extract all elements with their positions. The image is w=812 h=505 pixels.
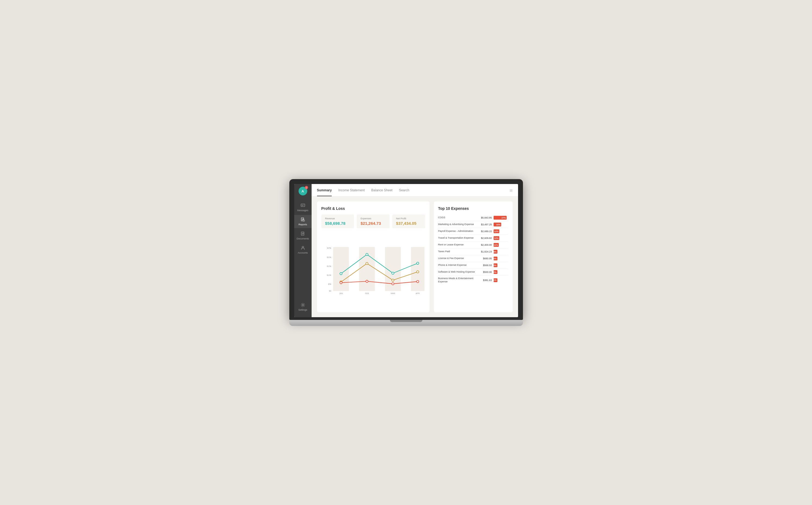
svg-point-20 [340, 273, 342, 275]
sidebar-item-messages[interactable]: Messages [294, 201, 312, 214]
expense-pct: 12% [494, 237, 499, 239]
sidebar-item-settings-label: Settings [298, 309, 307, 311]
sidebar-item-settings[interactable]: Settings [297, 300, 308, 313]
svg-text:APR: APR [416, 292, 420, 295]
expenses-card: Expenses $21,264.73 [357, 214, 389, 228]
content-area: Profit & Loss Revenue $58,698.78 Expense… [312, 196, 518, 317]
settings-icon [300, 303, 305, 307]
notification-badge: 1 [305, 186, 308, 189]
report-icon [300, 217, 305, 222]
svg-point-22 [392, 272, 394, 274]
expense-bar: 1% [494, 278, 497, 282]
avatar[interactable]: A 1 [299, 187, 307, 195]
expense-bar: 12% [494, 229, 500, 233]
sidebar-item-reports[interactable]: Reports [294, 215, 312, 228]
tab-balance-sheet[interactable]: Balance Sheet [371, 184, 392, 196]
svg-text:$25k: $25k [327, 247, 331, 249]
svg-point-30 [392, 283, 394, 285]
message-icon [300, 203, 305, 208]
expense-name: Taxes Paid [438, 250, 476, 253]
document-icon [300, 231, 305, 236]
expense-amount: $680.95 [478, 257, 492, 260]
laptop-wrapper: A 1 Messages [289, 179, 523, 326]
tab-search[interactable]: Search [399, 184, 410, 196]
expense-item: Phone & Internet Expense $568.93 3% [438, 262, 508, 269]
summary-cards: Revenue $58,698.78 Expenses $21,264.73 N… [321, 214, 425, 228]
account-icon [300, 245, 305, 250]
laptop-screen: A 1 Messages [289, 179, 523, 320]
sidebar-item-messages-label: Messages [297, 209, 308, 212]
revenue-value: $58,698.78 [325, 221, 350, 225]
expense-bar: 3% [494, 264, 497, 267]
expense-bar: 16% [494, 222, 502, 226]
expense-bar-wrap: 11% [494, 243, 508, 247]
expense-item: Software & Web Hosting Expense $500.00 2… [438, 269, 508, 276]
sidebar-bottom: Settings [297, 300, 308, 313]
svg-text:$10k: $10k [327, 274, 331, 277]
expense-amount: $381.63 [478, 279, 492, 282]
expense-amount: $500.00 [478, 271, 492, 274]
expense-pct: 27% [502, 217, 506, 219]
expense-bar-wrap: 1% [494, 278, 508, 282]
expense-bar: 12% [494, 236, 500, 240]
sidebar: A 1 Messages [294, 184, 312, 317]
chart-area: $25k $20k $15k $10k $5k $0 JAN FEB MAR [321, 233, 425, 307]
expense-bar-wrap: 3% [494, 257, 508, 261]
profit-loss-title: Profit & Loss [321, 206, 425, 211]
expense-item: COGS $5,843.85 27% [438, 214, 508, 221]
tab-income-statement[interactable]: Income Statement [338, 184, 364, 196]
laptop-base [289, 320, 523, 326]
expense-name: Rent or Lease Expense [438, 243, 476, 246]
expense-name: COGS [438, 216, 476, 219]
expense-pct: 3% [493, 258, 497, 260]
laptop-hinge-notch [390, 320, 423, 322]
sidebar-item-accounts-label: Accounts [298, 251, 308, 254]
expense-bar: 27% [494, 216, 507, 220]
svg-point-21 [366, 253, 368, 256]
expense-bar-wrap: 8% [494, 250, 508, 254]
expense-pct: 8% [493, 250, 497, 253]
expense-bar-wrap: 16% [494, 222, 508, 226]
expense-item: Business Meals & Entertainment Expense $… [438, 276, 508, 285]
svg-text:$5k: $5k [328, 283, 331, 285]
expense-bar-wrap: 12% [494, 236, 508, 240]
svg-rect-0 [301, 204, 305, 206]
expense-name: Business Meals & Entertainment Expense [438, 277, 476, 283]
expense-amount: $2,400.00 [478, 243, 492, 246]
revenue-label: Revenue [325, 217, 350, 220]
top-expenses-panel: Top 10 Expenses COGS $5,843.85 27% Marke… [434, 201, 513, 312]
expense-name: Travel & Transportation Expense [438, 236, 476, 240]
expense-amount: $2,609.82 [478, 237, 492, 239]
revenue-card: Revenue $58,698.78 [321, 214, 354, 228]
expenses-value: $21,264.73 [360, 221, 386, 225]
sidebar-item-accounts[interactable]: Accounts [294, 243, 312, 256]
profit-loss-panel: Profit & Loss Revenue $58,698.78 Expense… [317, 201, 430, 312]
expense-amount: $568.93 [478, 264, 492, 267]
svg-text:$20k: $20k [327, 256, 331, 259]
app-screen: A 1 Messages [294, 184, 518, 317]
expense-bar: 2% [494, 270, 497, 274]
svg-text:$0: $0 [329, 290, 331, 292]
expenses-list: COGS $5,843.85 27% Marketing & Advertisi… [438, 214, 508, 285]
grid-icon[interactable]: ⊞ [510, 188, 513, 192]
expense-pct: 11% [494, 244, 498, 246]
sidebar-nav: Messages Reports [294, 201, 312, 256]
svg-point-26 [392, 279, 394, 281]
svg-text:JAN: JAN [339, 292, 343, 295]
svg-rect-9 [411, 247, 424, 291]
expense-name: License & Fee Expense [438, 257, 476, 260]
svg-text:$15k: $15k [327, 265, 331, 268]
tab-summary[interactable]: Summary [317, 184, 332, 196]
expense-pct: 12% [494, 230, 499, 233]
sidebar-item-documents[interactable]: Documents [294, 229, 312, 242]
expense-pct: 2% [493, 271, 497, 274]
svg-point-29 [366, 280, 368, 283]
sidebar-item-reports-label: Reports [299, 223, 307, 226]
header-right: ⊞ [510, 188, 513, 192]
svg-text:FEB: FEB [365, 292, 369, 295]
expense-name: Software & Web Hosting Expense [438, 271, 476, 274]
svg-rect-2 [303, 220, 304, 221]
expense-item: Travel & Transportation Expense $2,609.8… [438, 235, 508, 241]
expense-item: Payroll Expense - Administration $2,689.… [438, 228, 508, 235]
expense-bar-wrap: 3% [494, 264, 508, 267]
